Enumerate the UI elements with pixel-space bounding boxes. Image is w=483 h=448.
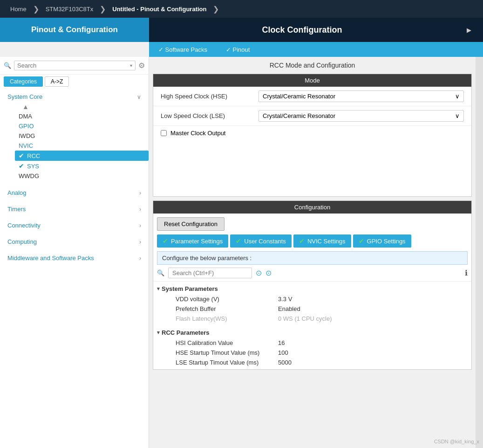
category-system-core-header[interactable]: System Core ∨	[0, 89, 149, 102]
search-input[interactable]	[17, 62, 130, 69]
check-icon-nvic: ✔	[299, 237, 305, 245]
sidebar-item-dma[interactable]: DMA	[15, 111, 149, 121]
mode-spacer	[153, 140, 471, 196]
param-value-vdd[interactable]: 3.3 V	[278, 296, 292, 303]
param-group-rcc-header[interactable]: ▾ RCC Parameters	[153, 327, 471, 338]
param-value-hse-startup[interactable]: 100	[278, 349, 288, 356]
nav-home[interactable]: Home	[5, 0, 32, 18]
scroll-up-arrow[interactable]: ▲	[15, 102, 149, 111]
chevron-down-icon: ▾	[130, 63, 132, 68]
tab-clock-config[interactable]: Clock Configuration	[149, 18, 455, 42]
user-tab-label: User Constants	[244, 238, 286, 245]
scrollbar[interactable]	[476, 57, 483, 448]
nav-chip[interactable]: STM32F103C8Tx	[40, 0, 99, 18]
lse-select[interactable]: Crystal/Ceramic Resonator ∨	[259, 110, 464, 122]
computing-label: Computing	[7, 238, 37, 245]
param-search-input[interactable]	[168, 268, 252, 278]
chevron-down-rcc: ▾	[157, 330, 160, 336]
param-value-hsi-cal[interactable]: 16	[278, 339, 285, 346]
main-content: RCC Mode and Configuration Mode High Spe…	[149, 57, 476, 448]
nav-arrow-2: ❯	[100, 5, 106, 14]
check-icon-user: ✔	[236, 237, 241, 245]
lse-label: Low Speed Clock (LSE)	[161, 112, 254, 119]
category-connectivity[interactable]: Connectivity ›	[0, 217, 149, 234]
config-tabs: ✔ Parameter Settings ✔ User Constants ✔ …	[157, 234, 468, 248]
param-value-flash: 0 WS (1 CPU cycle)	[278, 315, 332, 322]
category-timers[interactable]: Timers ›	[0, 201, 149, 217]
rcc-mode-title: RCC Mode and Configuration	[149, 57, 476, 74]
sidebar-item-wwdg[interactable]: WWDG	[15, 171, 149, 181]
sidebar-item-iwdg[interactable]: IWDG	[15, 131, 149, 141]
param-row-hse-startup: HSE Startup Timout Value (ms) 100	[153, 348, 471, 358]
check-icon-rcc: ✔	[19, 152, 24, 159]
category-analog[interactable]: Analog ›	[0, 185, 149, 201]
param-search-bar: 🔍 ⊙ ⊙ ℹ	[153, 265, 471, 282]
sys-label: SYS	[27, 163, 39, 170]
search-bar: 🔍 ▾ ⚙	[0, 57, 149, 75]
nvic-tab-label: NVIC Settings	[307, 238, 346, 245]
param-row-lse-startup: LSE Startup Timout Value (ms) 5000	[153, 358, 471, 367]
system-core-label: System Core	[7, 93, 42, 100]
chevron-down-system: ▾	[157, 286, 160, 292]
lse-value: Crystal/Ceramic Resonator	[263, 112, 335, 119]
reset-configuration-button[interactable]: Reset Configuration	[157, 217, 224, 231]
param-value-prefetch[interactable]: Enabled	[278, 305, 300, 312]
dma-label: DMA	[19, 113, 32, 120]
tab-az[interactable]: A->Z	[45, 76, 69, 87]
search-input-wrap: ▾	[14, 61, 136, 70]
software-packs-btn[interactable]: ✓ Software Packs	[149, 42, 217, 57]
param-group-system-header[interactable]: ▾ System Parameters	[153, 283, 471, 294]
hse-select[interactable]: Crystal/Ceramic Resonator ∨	[259, 90, 464, 102]
param-tab-label: Parameter Settings	[171, 238, 223, 245]
nav-arrow-1: ❯	[33, 5, 39, 14]
param-name-vdd: VDD voltage (V)	[176, 296, 278, 303]
tab-categories[interactable]: Categories	[4, 76, 43, 87]
sidebar-item-sys[interactable]: ✔ SYS	[15, 161, 149, 171]
category-computing[interactable]: Computing ›	[0, 234, 149, 250]
gpio-tab-label: GPIO Settings	[367, 238, 406, 245]
param-name-prefetch: Prefetch Buffer	[176, 305, 278, 312]
next-param-icon[interactable]: ⊙	[265, 269, 272, 277]
chevron-right-icon-analog: ›	[139, 190, 141, 196]
header-tabs: Pinout & Configuration Clock Configurati…	[0, 18, 483, 42]
main-layout: 🔍 ▾ ⚙ Categories A->Z System Core ∨ ▲ DM…	[0, 57, 483, 448]
hse-label: High Speed Clock (HSE)	[161, 93, 254, 100]
gear-icon[interactable]: ⚙	[138, 61, 145, 70]
top-nav: Home ❯ STM32F103C8Tx ❯ Untitled - Pinout…	[0, 0, 483, 18]
tab-pinout-config[interactable]: Pinout & Configuration	[0, 18, 149, 42]
tab-gpio-settings[interactable]: ✔ GPIO Settings	[353, 234, 411, 248]
param-name-hsi-cal: HSI Calibration Value	[176, 339, 278, 346]
mco-label: Master Clock Output	[170, 130, 226, 137]
iwdg-label: IWDG	[19, 132, 35, 139]
mode-section: Mode High Speed Clock (HSE) Crystal/Cera…	[153, 74, 472, 197]
tab-extra[interactable]: ▶	[455, 18, 483, 42]
mco-row: Master Clock Output	[153, 126, 471, 140]
param-name-lse-startup: LSE Startup Timout Value (ms)	[176, 359, 278, 366]
param-group-rcc: ▾ RCC Parameters HSI Calibration Value 1…	[153, 325, 471, 369]
nav-current[interactable]: Untitled - Pinout & Configuration	[107, 0, 212, 18]
chevron-right-icon-timers: ›	[139, 206, 141, 213]
tab-user-constants[interactable]: ✔ User Constants	[230, 234, 292, 248]
sidebar-item-gpio[interactable]: GPIO	[15, 121, 149, 131]
param-value-lse-startup[interactable]: 5000	[278, 359, 292, 366]
chevron-right-icon-middleware: ›	[139, 255, 141, 262]
param-row-vdd: VDD voltage (V) 3.3 V	[153, 294, 471, 304]
search-icon: 🔍	[4, 62, 11, 69]
tab-nvic-settings[interactable]: ✔ NVIC Settings	[293, 234, 351, 248]
category-middleware[interactable]: Middleware and Software Packs ›	[0, 250, 149, 266]
info-icon[interactable]: ℹ	[465, 269, 468, 277]
sidebar-item-rcc[interactable]: ✔ RCC	[15, 151, 149, 161]
param-name-flash: Flash Latency(WS)	[176, 315, 278, 322]
middleware-label: Middleware and Software Packs	[7, 255, 94, 262]
param-row-prefetch: Prefetch Buffer Enabled	[153, 304, 471, 314]
sidebar-item-nvic[interactable]: NVIC	[15, 141, 149, 151]
hse-row: High Speed Clock (HSE) Crystal/Ceramic R…	[153, 87, 471, 106]
mco-checkbox[interactable]	[161, 130, 167, 136]
check-icon-sys: ✔	[19, 162, 24, 170]
pinout-btn[interactable]: ✓ Pinout	[217, 42, 259, 57]
mode-section-header: Mode	[153, 74, 471, 87]
check-icon-gpio: ✔	[359, 237, 364, 245]
tab-parameter-settings[interactable]: ✔ Parameter Settings	[157, 234, 228, 248]
timers-label: Timers	[7, 206, 26, 213]
prev-param-icon[interactable]: ⊙	[256, 269, 262, 277]
